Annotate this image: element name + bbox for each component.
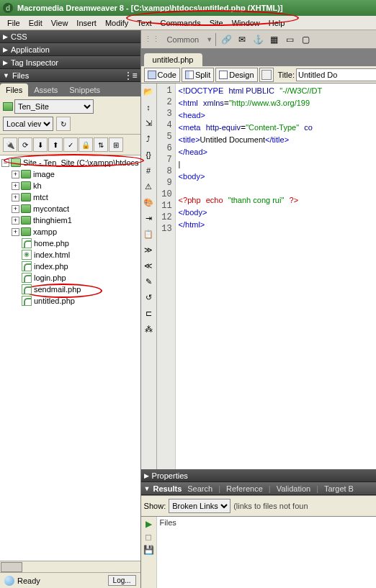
results-column-header[interactable]: Files: [160, 518, 376, 527]
expand-all-icon[interactable]: ⇲: [142, 117, 155, 130]
tree-file[interactable]: index.html: [1, 249, 139, 261]
select-parent-icon[interactable]: ⤴: [142, 132, 155, 145]
stop-icon[interactable]: ◻: [143, 531, 154, 543]
log-button[interactable]: Log...: [108, 575, 136, 586]
sync-button[interactable]: ⇅: [94, 137, 108, 152]
tab-files[interactable]: Files: [0, 83, 28, 96]
refresh-button[interactable]: ⟳: [18, 137, 32, 152]
table-icon[interactable]: ▦: [267, 32, 281, 47]
document-title-input[interactable]: [296, 68, 376, 81]
wrap-tag-icon[interactable]: ⊏: [142, 307, 155, 320]
tab-assets[interactable]: Assets: [28, 83, 63, 96]
debug-icon: [261, 70, 272, 80]
scroll-thumb[interactable]: [1, 562, 22, 572]
refresh-button[interactable]: ↻: [56, 117, 71, 131]
tree-folder[interactable]: +xampp: [1, 226, 139, 238]
server-debug-button[interactable]: [259, 68, 274, 82]
put-button[interactable]: ⬆: [48, 137, 63, 152]
tree-folder[interactable]: +mtct: [1, 191, 139, 203]
tree-file[interactable]: sendmail.php: [1, 284, 139, 295]
outdent-icon[interactable]: ≪: [142, 259, 155, 272]
hyperlink-icon[interactable]: 🔗: [219, 32, 233, 47]
panel-files-header[interactable]: ▼ Files ⋮≡: [0, 69, 140, 82]
tree-file[interactable]: login.php: [1, 272, 139, 284]
menu-text[interactable]: Text: [133, 19, 156, 27]
tab-target[interactable]: Target B: [318, 483, 359, 494]
menu-edit[interactable]: Edit: [24, 19, 47, 27]
tree-toggle-icon[interactable]: +: [12, 205, 19, 213]
tree-root[interactable]: − Site - Ten_Site (C:\xampp\htdocs: [1, 157, 139, 168]
menu-file[interactable]: File: [3, 19, 24, 27]
insert-category[interactable]: Common: [161, 35, 205, 44]
tree-toggle-icon[interactable]: +: [12, 182, 19, 190]
tree-file[interactable]: home.php: [1, 238, 139, 249]
menu-insert[interactable]: Insert: [72, 19, 101, 27]
get-button[interactable]: ⬇: [33, 137, 48, 152]
image-icon[interactable]: ▭: [282, 32, 297, 47]
menu-help[interactable]: Help: [264, 19, 290, 27]
play-icon[interactable]: ▶: [143, 518, 154, 530]
code-text-area[interactable]: <!DOCTYPE html PUBLIC "-//W3C//DT <html …: [176, 83, 376, 469]
collapse-icon[interactable]: ↕: [142, 101, 155, 114]
checkin-button[interactable]: 🔒: [79, 137, 93, 152]
div-icon[interactable]: ▢: [298, 32, 313, 47]
tree-file[interactable]: untitled.php: [1, 295, 139, 307]
indent-icon[interactable]: ≫: [142, 243, 155, 256]
tree-toggle-icon[interactable]: +: [12, 228, 19, 236]
tree-file[interactable]: index.php: [1, 261, 139, 272]
recent-snippet-icon[interactable]: ↺: [142, 291, 155, 304]
grip-icon[interactable]: ⋮⋮: [144, 35, 160, 44]
comment-icon[interactable]: ⁂: [142, 322, 155, 335]
auto-indent-icon[interactable]: ⇥: [142, 212, 155, 225]
design-view-button[interactable]: Design: [215, 68, 257, 82]
tree-folder[interactable]: +image: [1, 168, 139, 180]
menu-window[interactable]: Window: [228, 19, 264, 27]
panel-tag-inspector-header[interactable]: ▶ Tag Inspector: [0, 56, 140, 69]
files-status-bar: Ready Log...: [0, 572, 140, 588]
checkout-button[interactable]: ✓: [63, 137, 78, 152]
tab-validation[interactable]: Validation: [271, 483, 317, 494]
tab-snippets[interactable]: Snippets: [63, 83, 106, 96]
panel-properties-header[interactable]: ▶ Properties: [141, 469, 376, 482]
tree-toggle-icon[interactable]: +: [12, 194, 19, 202]
panel-css-header[interactable]: ▶ CSS: [0, 30, 140, 43]
file-tree[interactable]: − Site - Ten_Site (C:\xampp\htdocs +imag…: [0, 155, 140, 561]
tab-reference[interactable]: Reference: [220, 483, 269, 494]
panel-results-header[interactable]: ▼ Results Search | Reference | Validatio…: [141, 482, 376, 495]
tree-toggle-icon[interactable]: −: [1, 159, 9, 167]
tab-search[interactable]: Search: [182, 483, 218, 494]
balance-braces-icon[interactable]: {}: [142, 148, 155, 161]
anchor-icon[interactable]: ⚓: [251, 32, 265, 47]
email-icon[interactable]: ✉: [235, 32, 249, 47]
tree-folder[interactable]: +mycontact: [1, 203, 139, 214]
snippets-icon[interactable]: 📋: [142, 227, 155, 240]
menu-site[interactable]: Site: [205, 19, 228, 27]
menu-view[interactable]: View: [47, 19, 73, 27]
menu-modify[interactable]: Modify: [101, 19, 133, 27]
expand-button[interactable]: ⊞: [109, 137, 123, 152]
panel-files-label: Files: [12, 71, 29, 80]
connect-button[interactable]: 🔌: [3, 137, 17, 152]
show-select[interactable]: Broken Links: [169, 499, 230, 513]
panel-options-icon[interactable]: ⋮≡: [124, 71, 138, 81]
format-icon[interactable]: ✎: [142, 275, 155, 288]
syntax-coloring-icon[interactable]: 🎨: [142, 196, 155, 209]
document-tab[interactable]: untitled.php: [144, 53, 202, 66]
split-view-button[interactable]: Split: [182, 68, 214, 82]
horizontal-scrollbar[interactable]: [0, 561, 140, 572]
line-numbers-icon[interactable]: #: [142, 164, 155, 177]
tree-toggle-icon[interactable]: +: [12, 171, 19, 178]
tree-folder[interactable]: +kh: [1, 180, 139, 191]
tree-toggle-icon[interactable]: +: [12, 217, 19, 225]
code-view-button[interactable]: Code: [144, 68, 180, 82]
menu-commands[interactable]: Commands: [156, 19, 205, 27]
dropdown-arrow-icon[interactable]: ▼: [206, 36, 212, 43]
open-docs-icon[interactable]: 📂: [142, 85, 155, 98]
highlight-invalid-icon[interactable]: ⚠: [142, 180, 155, 193]
site-select[interactable]: Ten_Site: [14, 99, 94, 114]
tree-folder[interactable]: +thinghiem1: [1, 214, 139, 226]
folder-icon: [3, 102, 13, 111]
panel-application-header[interactable]: ▶ Application: [0, 43, 140, 56]
view-select[interactable]: Local view: [3, 117, 53, 131]
save-icon[interactable]: 💾: [143, 544, 154, 556]
